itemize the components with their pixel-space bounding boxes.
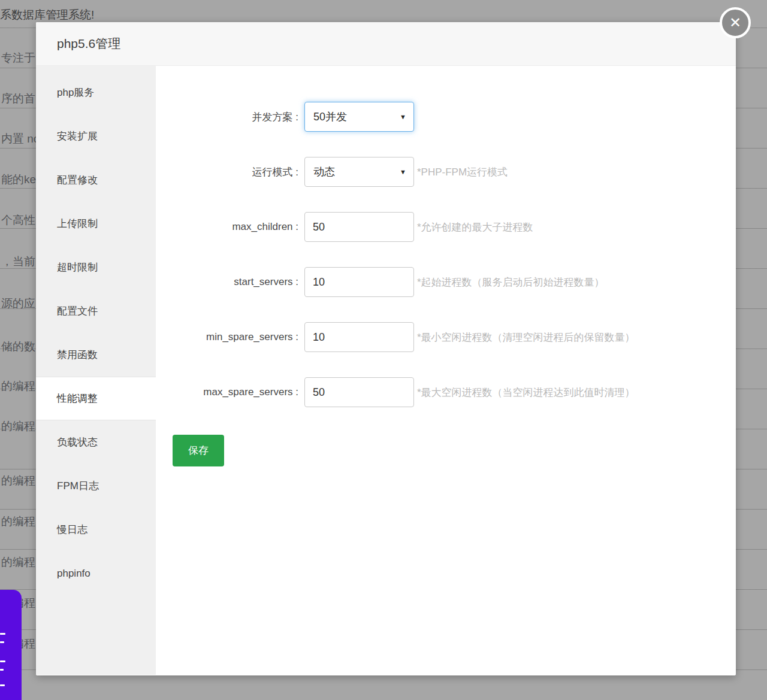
max-children-label: max_children : — [156, 221, 298, 233]
max-spare-servers-label: max_spare_servers : — [156, 386, 298, 398]
sidebar-item-config-file[interactable]: 配置文件 — [36, 289, 156, 333]
dialog-sidebar: php服务 安装扩展 配置修改 上传限制 超时限制 配置文件 禁用函数 性能调整… — [36, 66, 156, 675]
background-text: 序的首 — [1, 91, 35, 107]
background-text: ，当前 — [1, 254, 35, 269]
form-row-max-spare-servers: max_spare_servers : *最大空闲进程数（当空闲进程达到此值时清… — [156, 377, 736, 407]
start-servers-label: start_servers : — [156, 276, 298, 288]
ribbon-glyph — [0, 684, 5, 686]
min-spare-servers-hint: *最小空闲进程数（清理空闲进程后的保留数量） — [417, 331, 635, 344]
form-row-start-servers: start_servers : *起始进程数（服务启动后初始进程数量） — [156, 267, 736, 297]
sidebar-item-disabled-func[interactable]: 禁用函数 — [36, 333, 156, 377]
background-text: 的编程 — [1, 554, 35, 570]
sidebar-item-timeout-limit[interactable]: 超时限制 — [36, 246, 156, 289]
performance-form: 并发方案 : 50并发 ▼ 运行模式 : 动态 ▼ *PHP-FPM运行模式 m… — [156, 66, 736, 675]
background-text: 的编程 — [1, 378, 35, 394]
run-mode-select-value: 动态 — [313, 165, 335, 179]
max-children-hint: *允许创建的最大子进程数 — [417, 220, 533, 234]
min-spare-servers-label: min_spare_servers : — [156, 331, 298, 343]
close-icon: ✕ — [729, 16, 741, 30]
concurrency-select[interactable]: 50并发 ▼ — [304, 102, 414, 132]
background-text: 的编程 — [1, 514, 35, 529]
background-text: 系数据库管理系统! — [0, 7, 94, 23]
chevron-down-icon: ▼ — [400, 113, 406, 120]
ribbon-glyph — [0, 641, 4, 643]
background-text: 能的ke — [1, 172, 36, 187]
start-servers-input[interactable] — [304, 267, 414, 297]
background-text: 的编程 — [1, 419, 35, 434]
max-children-input[interactable] — [304, 212, 414, 242]
chevron-down-icon: ▼ — [400, 168, 406, 175]
sidebar-item-fpm-log[interactable]: FPM日志 — [36, 464, 156, 508]
promo-ribbon[interactable] — [0, 590, 22, 700]
background-text: 的编程 — [1, 473, 35, 489]
sidebar-item-php-service[interactable]: php服务 — [36, 71, 156, 114]
sidebar-item-slow-log[interactable]: 慢日志 — [36, 508, 156, 551]
concurrency-label: 并发方案 : — [156, 110, 298, 124]
background-text: 专注于 — [1, 50, 35, 66]
background-text: 个高性 — [1, 213, 35, 228]
run-mode-hint: *PHP-FPM运行模式 — [417, 165, 508, 179]
concurrency-select-value: 50并发 — [313, 110, 347, 124]
run-mode-select[interactable]: 动态 ▼ — [304, 157, 414, 187]
sidebar-item-load-status[interactable]: 负载状态 — [36, 420, 156, 464]
save-button[interactable]: 保存 — [173, 435, 224, 466]
background-text: 源的应 — [1, 296, 35, 311]
sidebar-item-install-ext[interactable]: 安装扩展 — [36, 114, 156, 158]
run-mode-label: 运行模式 : — [156, 165, 298, 179]
ribbon-glyph — [0, 669, 4, 671]
close-button[interactable]: ✕ — [720, 7, 751, 38]
background-text: 储的数 — [1, 339, 35, 354]
dialog-header: php5.6管理 — [36, 22, 736, 66]
sidebar-item-phpinfo[interactable]: phpinfo — [36, 551, 156, 595]
sidebar-item-upload-limit[interactable]: 上传限制 — [36, 202, 156, 246]
ribbon-glyph — [0, 660, 5, 662]
php-manager-dialog: ✕ php5.6管理 php服务 安装扩展 配置修改 上传限制 超时限制 配置文… — [36, 22, 736, 675]
form-row-concurrency: 并发方案 : 50并发 ▼ — [156, 102, 736, 132]
form-row-max-children: max_children : *允许创建的最大子进程数 — [156, 212, 736, 242]
sidebar-item-performance[interactable]: 性能调整 — [36, 377, 156, 420]
dialog-title: php5.6管理 — [57, 35, 120, 52]
sidebar-item-config-edit[interactable]: 配置修改 — [36, 158, 156, 202]
max-spare-servers-input[interactable] — [304, 377, 414, 407]
form-row-min-spare-servers: min_spare_servers : *最小空闲进程数（清理空闲进程后的保留数… — [156, 322, 736, 352]
form-row-run-mode: 运行模式 : 动态 ▼ *PHP-FPM运行模式 — [156, 157, 736, 187]
start-servers-hint: *起始进程数（服务启动后初始进程数量） — [417, 275, 605, 289]
ribbon-glyph — [0, 633, 5, 635]
background-text: 内置 nc — [1, 131, 39, 147]
min-spare-servers-input[interactable] — [304, 322, 414, 352]
max-spare-servers-hint: *最大空闲进程数（当空闲进程达到此值时清理） — [417, 386, 635, 399]
